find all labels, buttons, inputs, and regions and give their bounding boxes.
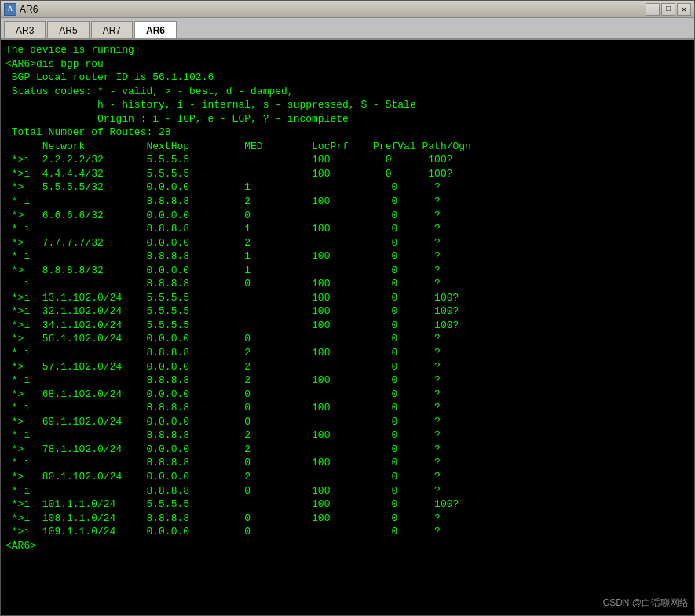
terminal-line: *> 56.1.102.0/24 0.0.0.0 0 0 ? (5, 332, 690, 346)
terminal-line: *>i 32.1.102.0/24 5.5.5.5 100 0 100? (5, 304, 690, 319)
terminal-line: <AR6> (5, 539, 690, 553)
close-button[interactable]: ✕ (677, 3, 691, 16)
terminal-line: * i 8.8.8.8 2 100 0 ? (5, 374, 690, 388)
terminal-line: *> 69.1.102.0/24 0.0.0.0 0 0 ? (5, 415, 690, 429)
tab-bar: AR3 AR5 AR7 AR6 (1, 18, 694, 40)
tab-ar7[interactable]: AR7 (91, 21, 133, 38)
terminal-line: h - history, i - internal, s - suppresse… (5, 98, 690, 112)
terminal-output[interactable]: The device is running!<AR6>dis bgp rou B… (1, 40, 694, 615)
terminal-line: * i 8.8.8.8 2 100 0 ? (5, 428, 690, 443)
terminal-line: * i 8.8.8.8 2 100 0 ? (5, 195, 690, 209)
window-title: AR6 (20, 4, 38, 15)
terminal-line: *> 80.1.102.0/24 0.0.0.0 2 0 ? (5, 470, 690, 484)
terminal-line: i 8.8.8.8 0 100 0 ? (5, 277, 690, 291)
terminal-line: Status codes: * - valid, > - best, d - d… (5, 85, 690, 99)
terminal-line: *> 7.7.7.7/32 0.0.0.0 2 0 ? (5, 236, 690, 250)
terminal-line: * i 8.8.8.8 0 100 0 ? (5, 484, 690, 498)
terminal-line: Network NextHop MED LocPrf PrefVal Path/… (5, 140, 690, 154)
title-buttons: — □ ✕ (646, 3, 691, 16)
terminal-line: * i 8.8.8.8 1 100 0 ? (5, 222, 690, 236)
maximize-button[interactable]: □ (661, 3, 675, 16)
terminal-line: The device is running! (5, 43, 690, 57)
title-bar-left: A AR6 (4, 3, 38, 16)
terminal-line: * i 8.8.8.8 0 100 0 ? (5, 456, 690, 470)
terminal-line: BGP Local router ID is 56.1.102.6 (5, 71, 690, 85)
terminal-line: *> 57.1.102.0/24 0.0.0.0 2 0 ? (5, 360, 690, 374)
tab-ar5[interactable]: AR5 (47, 21, 89, 38)
watermark: CSDN @白话聊网络 (602, 596, 689, 610)
terminal-line: *>i 2.2.2.2/32 5.5.5.5 100 0 100? (5, 153, 690, 167)
terminal-line: * i 8.8.8.8 2 100 0 ? (5, 346, 690, 360)
terminal-line: <AR6>dis bgp rou (5, 57, 690, 71)
terminal-line: *> 6.6.6.6/32 0.0.0.0 0 0 ? (5, 209, 690, 223)
terminal-line: *>i 13.1.102.0/24 5.5.5.5 100 0 100? (5, 291, 690, 305)
terminal-line: *>i 101.1.1.0/24 5.5.5.5 100 0 100? (5, 498, 690, 512)
tab-ar3[interactable]: AR3 (4, 21, 46, 38)
terminal-line: *> 8.8.8.8/32 0.0.0.0 1 0 ? (5, 264, 690, 278)
main-window: A AR6 — □ ✕ AR3 AR5 AR7 AR6 The device i… (0, 0, 695, 616)
terminal-line: *> 68.1.102.0/24 0.0.0.0 0 0 ? (5, 388, 690, 402)
tab-ar6[interactable]: AR6 (134, 21, 177, 38)
terminal-line: *>i 108.1.1.0/24 8.8.8.8 0 100 0 ? (5, 512, 690, 526)
terminal-line: *>i 109.1.1.0/24 0.0.0.0 0 0 ? (5, 525, 690, 539)
terminal-line: *>i 4.4.4.4/32 5.5.5.5 100 0 100? (5, 167, 690, 181)
terminal-line: *> 5.5.5.5/32 0.0.0.0 1 0 ? (5, 180, 690, 195)
terminal-line: * i 8.8.8.8 0 100 0 ? (5, 401, 690, 415)
terminal-line: * i 8.8.8.8 1 100 0 ? (5, 250, 690, 264)
terminal-line: *>i 34.1.102.0/24 5.5.5.5 100 0 100? (5, 319, 690, 333)
terminal-line: *> 78.1.102.0/24 0.0.0.0 2 0 ? (5, 443, 690, 457)
app-icon: A (4, 3, 16, 16)
terminal-line: Origin : i - IGP, e - EGP, ? - incomplet… (5, 112, 690, 126)
terminal-line: Total Number of Routes: 28 (5, 126, 690, 140)
title-bar: A AR6 — □ ✕ (1, 1, 694, 18)
minimize-button[interactable]: — (646, 3, 660, 16)
